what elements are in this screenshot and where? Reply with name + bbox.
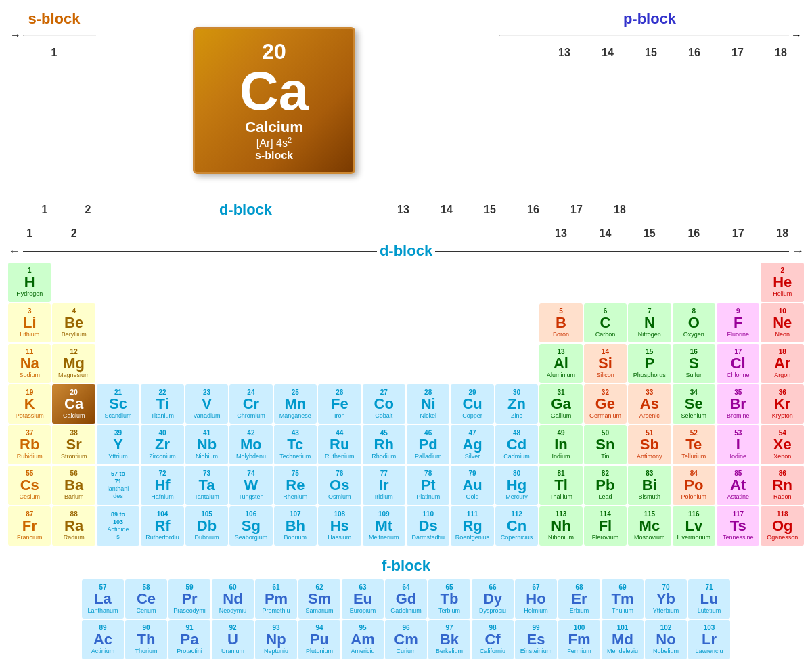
element-se[interactable]: 34 Se Selenium [673, 384, 715, 424]
element-hf[interactable]: 72 Hf Hafnium [141, 466, 183, 505]
element-lr[interactable]: 103 Lr Lawrenciu [688, 620, 730, 659]
element-u[interactable]: 92 U Uranium [212, 620, 254, 659]
element-db[interactable]: 105 Db Dubnium [185, 506, 228, 546]
element-rg[interactable]: 111 Rg Roentgenius [451, 506, 493, 546]
element-no[interactable]: 102 No Nobelium [645, 620, 687, 659]
element-er[interactable]: 68 Er Erbium [558, 579, 600, 619]
element-w[interactable]: 74 W Tungsten [229, 466, 272, 505]
element-sb[interactable]: 51 Sb Antimony [628, 425, 671, 464]
element-y[interactable]: 39 Y Yttrium [97, 425, 139, 464]
element-xe[interactable]: 54 Xe Xenon [761, 425, 804, 464]
element-pr[interactable]: 59 Pr Praseodymi [168, 579, 210, 619]
element-kr[interactable]: 36 Kr Krypton [761, 384, 804, 424]
element-i[interactable]: 53 I Iodine [717, 425, 759, 464]
element-cd[interactable]: 48 Cd Cadmium [495, 425, 538, 464]
element-rb[interactable]: 37 Rb Rubidium [8, 425, 51, 464]
element-f[interactable]: 9 F Fluorine [717, 303, 759, 342]
element-n[interactable]: 7 N Nitrogen [628, 303, 671, 342]
element-ge[interactable]: 32 Ge Germanium [584, 384, 627, 424]
element-hg[interactable]: 80 Hg Mercury [495, 466, 538, 505]
element-os[interactable]: 76 Os Osmium [318, 466, 361, 505]
element-ta[interactable]: 73 Ta Tantalum [185, 466, 228, 505]
element-cm[interactable]: 96 Cm Curium [385, 620, 427, 659]
element-pd[interactable]: 46 Pd Palladium [407, 425, 449, 464]
element-sn[interactable]: 50 Sn Tin [584, 425, 627, 464]
element-rn[interactable]: 86 Rn Radon [761, 466, 804, 505]
element-ag[interactable]: 47 Ag Silver [451, 425, 493, 464]
element-na[interactable]: 11 Na Sodium [8, 344, 51, 383]
element-md[interactable]: 101 Md Mendeleviu [602, 620, 644, 659]
element-co[interactable]: 27 Co Cobalt [363, 384, 405, 424]
element-bh[interactable]: 107 Bh Bohrium [274, 506, 317, 546]
element-ba[interactable]: 56 Ba Barium [52, 466, 95, 505]
element-ho[interactable]: 67 Ho Holmium [515, 579, 557, 619]
element-ga[interactable]: 31 Ga Gallium [539, 384, 582, 424]
element-ca[interactable]: 20 Ca Calcium [52, 384, 95, 424]
element-p[interactable]: 15 P Phosphorus [628, 344, 671, 383]
element-sg[interactable]: 106 Sg Seaborgium [229, 506, 272, 546]
element-ne[interactable]: 10 Ne Neon [761, 303, 804, 342]
element-po[interactable]: 84 Po Polonium [673, 466, 715, 505]
element-be[interactable]: 4 Be Beryllium [52, 303, 95, 342]
element-s[interactable]: 16 S Sulfur [673, 344, 715, 383]
element-ds[interactable]: 110 Ds Darmstadtiu [407, 506, 449, 546]
element-nh[interactable]: 113 Nh Nihonium [539, 506, 582, 546]
element-la[interactable]: 57 La Lanthanum [82, 579, 124, 619]
element-tl[interactable]: 81 Tl Thallium [539, 466, 582, 505]
element-tb[interactable]: 65 Tb Terbium [428, 579, 470, 619]
element-pm[interactable]: 61 Pm Promethiu [255, 579, 297, 619]
element-ir[interactable]: 77 Ir Iridium [363, 466, 405, 505]
element-tc[interactable]: 43 Tc Technetium [274, 425, 317, 464]
element-pu[interactable]: 94 Pu Plutonium [298, 620, 340, 659]
element-ac[interactable]: 89 Ac Actinium [82, 620, 124, 659]
element-b[interactable]: 5 B Boron [539, 303, 582, 342]
element-fm[interactable]: 100 Fm Fermium [558, 620, 600, 659]
element-mo[interactable]: 42 Mo Molybdenu [229, 425, 272, 464]
element-dy[interactable]: 66 Dy Dysprosiu [472, 579, 514, 619]
element-nb[interactable]: 41 Nb Niobium [185, 425, 228, 464]
element-ni[interactable]: 28 Ni Nickel [407, 384, 449, 424]
element-yb[interactable]: 70 Yb Ytterbium [645, 579, 687, 619]
element-ra[interactable]: 88 Ra Radium [52, 506, 95, 546]
element-sc[interactable]: 21 Sc Scandium [97, 384, 139, 424]
element-tm[interactable]: 69 Tm Thulium [602, 579, 644, 619]
element-lv[interactable]: 116 Lv Livermorium [673, 506, 715, 546]
element-fl[interactable]: 114 Fl Flerovium [584, 506, 627, 546]
element-zn[interactable]: 30 Zn Zinc [495, 384, 538, 424]
element-cl[interactable]: 17 Cl Chlorine [717, 344, 759, 383]
element-fe[interactable]: 26 Fe Iron [318, 384, 361, 424]
element-ru[interactable]: 44 Ru Ruthenium [318, 425, 361, 464]
element-al[interactable]: 13 Al Aluminium [539, 344, 582, 383]
element-og[interactable]: 118 Og Oganesson [761, 506, 804, 546]
element-ti[interactable]: 22 Ti Titanium [141, 384, 183, 424]
element-cr[interactable]: 24 Cr Chromium [229, 384, 272, 424]
element-te[interactable]: 52 Te Tellurium [673, 425, 715, 464]
element-pt[interactable]: 78 Pt Platinum [407, 466, 449, 505]
element-es[interactable]: 99 Es Einsteinium [515, 620, 557, 659]
element-gd[interactable]: 64 Gd Gadolinium [385, 579, 427, 619]
element-k[interactable]: 19 K Potassium [8, 384, 51, 424]
element-rh[interactable]: 45 Rh Rhodium [363, 425, 405, 464]
element-ts[interactable]: 117 Ts Tennessine [717, 506, 759, 546]
element-pa[interactable]: 91 Pa Protactini [168, 620, 210, 659]
element-pb[interactable]: 82 Pb Lead [584, 466, 627, 505]
calcium-card[interactable]: 20 Ca Calcium [Ar] 4s2 s-block [193, 27, 355, 174]
element-cf[interactable]: 98 Cf Californiu [472, 620, 514, 659]
element-c[interactable]: 6 C Carbon [584, 303, 627, 342]
element-v[interactable]: 23 V Vanadium [185, 384, 228, 424]
element-fr[interactable]: 87 Fr Francium [8, 506, 51, 546]
element-sm[interactable]: 62 Sm Samarium [298, 579, 340, 619]
element-mn[interactable]: 25 Mn Manganese [274, 384, 317, 424]
element-th[interactable]: 90 Th Thorium [125, 620, 167, 659]
element-o[interactable]: 8 O Oxygen [673, 303, 715, 342]
element-he[interactable]: 2 He Helium [761, 263, 804, 302]
element-bk[interactable]: 97 Bk Berkelium [428, 620, 470, 659]
element-rf[interactable]: 104 Rf Rutherfordiu [141, 506, 183, 546]
element-hs[interactable]: 108 Hs Hassium [318, 506, 361, 546]
element-cs[interactable]: 55 Cs Cesium [8, 466, 51, 505]
element-li[interactable]: 3 Li Lithium [8, 303, 51, 342]
element-ar[interactable]: 18 Ar Argon [761, 344, 804, 383]
element-bi[interactable]: 83 Bi Bismuth [628, 466, 671, 505]
element-nd[interactable]: 60 Nd Neodymiu [212, 579, 254, 619]
element-mc[interactable]: 115 Mc Moscovium [628, 506, 671, 546]
